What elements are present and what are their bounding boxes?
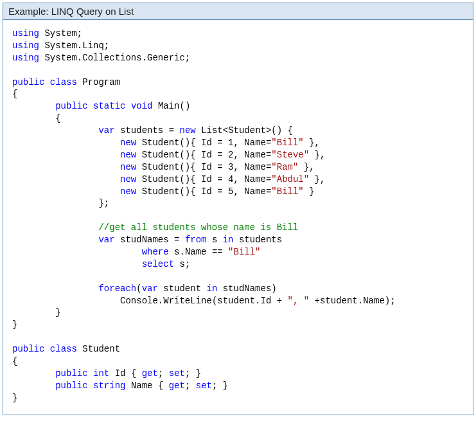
kw-select: select xyxy=(142,259,174,269)
var-studnames: studNames xyxy=(120,235,169,245)
field-id: Id xyxy=(115,368,126,379)
ns-system: System xyxy=(44,28,76,39)
field-name: Name xyxy=(244,186,266,197)
val-name: "Steve" xyxy=(271,150,309,160)
val-id: 1 xyxy=(228,138,233,148)
kw-new: new xyxy=(120,174,136,184)
kw-void: void xyxy=(131,101,153,111)
type-student: Student xyxy=(142,150,180,160)
kw-set: set xyxy=(196,381,212,391)
var-students: students xyxy=(120,125,163,136)
kw-public: public xyxy=(55,368,87,379)
kw-using: using xyxy=(12,40,39,51)
val-id: 5 xyxy=(228,186,233,197)
kw-new: new xyxy=(120,150,136,160)
kw-public: public xyxy=(12,77,44,87)
kw-int: int xyxy=(93,368,109,379)
kw-set: set xyxy=(169,368,185,379)
var-student: student xyxy=(163,283,201,294)
kw-class: class xyxy=(50,77,77,87)
class-student: Student xyxy=(82,344,120,354)
kw-where: where xyxy=(142,247,169,257)
kw-new: new xyxy=(120,162,136,172)
var-students: students xyxy=(239,235,282,245)
kw-in: in xyxy=(223,235,234,245)
kw-class: class xyxy=(50,344,77,354)
field-id: Id xyxy=(201,186,212,197)
kw-using: using xyxy=(12,28,39,39)
type-student: Student xyxy=(142,174,180,184)
var-studnames: studNames xyxy=(223,283,272,294)
str-sep: ", " xyxy=(288,296,310,306)
val-name: "Ram" xyxy=(271,162,298,172)
kw-new: new xyxy=(120,186,136,197)
kw-foreach: foreach xyxy=(98,283,136,294)
code-block: using System; using System.Linq; using S… xyxy=(3,20,473,415)
kw-get: get xyxy=(169,381,185,391)
kw-var: var xyxy=(142,283,158,294)
val-name: "Abdul" xyxy=(271,174,309,184)
comment-line: //get all students whose name is Bill xyxy=(98,222,298,233)
kw-var: var xyxy=(98,235,114,245)
field-name: Name xyxy=(244,162,266,172)
kw-static: static xyxy=(93,101,125,111)
field-id: Id xyxy=(261,296,272,306)
kw-new: new xyxy=(179,125,195,136)
field-name: Name xyxy=(244,138,266,148)
kw-string: string xyxy=(93,381,125,391)
kw-var: var xyxy=(98,125,114,136)
kw-get: get xyxy=(142,368,158,379)
type-student: Student xyxy=(142,138,180,148)
val-name: "Bill" xyxy=(271,186,303,197)
field-id: Id xyxy=(201,150,212,160)
example-container: Example: LINQ Query on List using System… xyxy=(3,3,473,415)
header-title: LINQ Query on List xyxy=(51,6,134,17)
var-student: student xyxy=(217,296,255,306)
method-main: Main xyxy=(158,101,180,111)
kw-public: public xyxy=(55,381,87,391)
field-name: Name xyxy=(244,150,266,160)
field-id: Id xyxy=(201,138,212,148)
method-writeline: WriteLine xyxy=(163,296,212,306)
kw-new: new xyxy=(120,138,136,148)
kw-public: public xyxy=(55,101,87,111)
var-s: s xyxy=(174,247,179,257)
field-name: Name xyxy=(131,381,153,391)
type-console: Console xyxy=(120,296,158,306)
val-name: "Bill" xyxy=(271,138,303,148)
field-id: Id xyxy=(201,174,212,184)
kw-from: from xyxy=(185,235,207,245)
val-id: 4 xyxy=(228,174,233,184)
type-list: List xyxy=(201,125,223,136)
field-id: Id xyxy=(201,162,212,172)
kw-using: using xyxy=(12,53,39,63)
var-s: s xyxy=(212,235,217,245)
class-program: Program xyxy=(82,77,120,87)
field-name: Name xyxy=(185,247,207,257)
field-name: Name xyxy=(363,296,385,306)
ns-linq: System.Linq xyxy=(44,40,103,51)
header-prefix: Example: xyxy=(8,6,49,17)
kw-in: in xyxy=(206,283,217,294)
example-header: Example: LINQ Query on List xyxy=(3,3,473,20)
val-id: 3 xyxy=(228,162,233,172)
val-id: 2 xyxy=(228,150,233,160)
field-name: Name xyxy=(244,174,266,184)
type-student: Student xyxy=(142,162,180,172)
type-student: Student xyxy=(142,186,180,197)
kw-public: public xyxy=(12,344,44,354)
var-student: student xyxy=(320,296,358,306)
type-student: Student xyxy=(228,125,266,136)
str-bill: "Bill" xyxy=(228,247,260,257)
ns-collections: System.Collections.Generic xyxy=(44,53,184,63)
var-s: s xyxy=(179,259,184,269)
